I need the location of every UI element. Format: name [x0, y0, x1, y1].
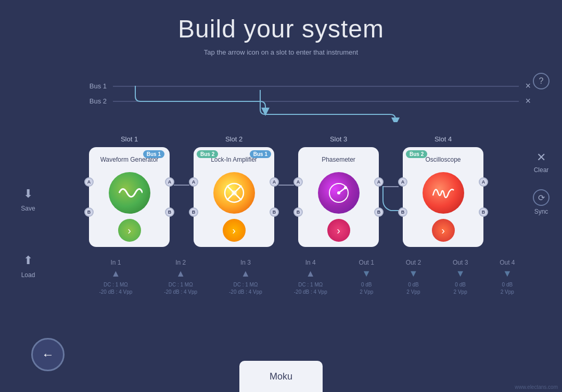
input-2-column: In 2 ▲ DC : 1 MΩ-20 dB : 4 Vpp [164, 259, 197, 296]
clear-icon: ✕ [537, 151, 546, 164]
input4-label: In 4 [305, 259, 316, 266]
slot1-icon [109, 172, 150, 214]
output4-label: Out 4 [500, 259, 515, 266]
slot1-port-b-right: B [165, 207, 174, 217]
slot4-port-a-right: A [479, 177, 488, 187]
watermark: www.electans.com [515, 384, 558, 390]
io-area: In 1 ▲ DC : 1 MΩ-20 dB : 4 Vpp In 2 ▲ DC… [83, 259, 531, 296]
back-button[interactable]: ← [31, 338, 65, 371]
output2-label: Out 2 [406, 259, 421, 266]
output3-arrow[interactable]: ▼ [456, 268, 465, 279]
slot3-instrument: Phasemeter [322, 152, 355, 167]
input-4-column: In 4 ▲ DC : 1 MΩ-20 dB : 4 Vpp [294, 259, 327, 296]
output1-spec: 0 dB2 Vpp [360, 281, 373, 296]
bus-area: Bus 1 × Bus 2 × [83, 81, 531, 111]
slot2-title: Slot 2 [225, 135, 242, 143]
save-button[interactable]: ⬇ Save [12, 166, 44, 212]
input1-spec: DC : 1 MΩ-20 dB : 4 Vpp [99, 281, 132, 296]
slot3-icon [318, 172, 360, 214]
slot2-enter-button[interactable]: › [223, 219, 246, 242]
save-label: Save [21, 205, 35, 212]
clear-button[interactable]: ✕ Clear [534, 151, 549, 174]
sync-button[interactable]: ⟳ Sync [533, 189, 550, 215]
bus-row-2: Bus 2 × [83, 96, 531, 107]
slot1-bus-tag: Bus 1 [143, 150, 164, 158]
load-icon: ⬆ [23, 254, 33, 267]
help-button[interactable]: ? [533, 73, 550, 89]
output-2-column: Out 2 ▼ 0 dB2 Vpp [406, 259, 421, 296]
output2-spec: 0 dB2 Vpp [406, 281, 420, 296]
connector-3-4 [383, 135, 399, 205]
load-button[interactable]: ⬆ Load [12, 233, 44, 279]
bus1-close[interactable]: × [525, 81, 531, 92]
bus2-close[interactable]: × [525, 96, 531, 107]
slot4-instrument: Oscilloscope [425, 152, 461, 167]
output-1-column: Out 1 ▼ 0 dB2 Vpp [359, 259, 374, 296]
connector-2-3 [278, 135, 294, 186]
bus2-label: Bus 2 [83, 97, 107, 105]
slot2-icon [213, 172, 255, 214]
slot-4-wrapper: Slot 4 Bus 2 Oscilloscope › A A B B [403, 135, 483, 247]
output-4-column: Out 4 ▼ 0 dB2 Vpp [500, 259, 515, 296]
slot-2-wrapper: Slot 2 Bus 2 Bus 1 Lock-In Amplifier › A… [194, 135, 274, 247]
save-icon: ⬇ [23, 187, 33, 201]
input4-spec: DC : 1 MΩ-20 dB : 4 Vpp [294, 281, 327, 296]
slot2-bus-tag-1: Bus 1 [250, 150, 271, 158]
slot4-card[interactable]: Bus 2 Oscilloscope › A A B B [403, 147, 483, 247]
slot1-port-b-left: B [84, 207, 94, 217]
sync-icon: ⟳ [533, 189, 550, 206]
input2-label: In 2 [175, 259, 186, 266]
svg-point-6 [337, 191, 340, 194]
output4-arrow[interactable]: ▼ [503, 268, 512, 279]
output-3-column: Out 3 ▼ 0 dB2 Vpp [453, 259, 468, 296]
right-side-buttons: ✕ Clear ⟳ Sync [533, 151, 550, 215]
svg-point-7 [344, 186, 347, 189]
input3-arrow[interactable]: ▲ [241, 268, 250, 279]
input-1-column: In 1 ▲ DC : 1 MΩ-20 dB : 4 Vpp [99, 259, 132, 296]
bus-row-1: Bus 1 × [83, 81, 531, 92]
connector-1-2 [174, 135, 189, 186]
slot1-title: Slot 1 [121, 135, 138, 143]
slot3-enter-button[interactable]: › [327, 219, 350, 242]
input2-spec: DC : 1 MΩ-20 dB : 4 Vpp [164, 281, 197, 296]
input4-arrow[interactable]: ▲ [306, 268, 315, 279]
slot2-bus-tag-2: Bus 2 [197, 150, 218, 158]
input2-arrow[interactable]: ▲ [176, 268, 185, 279]
slot4-enter-button[interactable]: › [432, 219, 455, 242]
slot2-port-b-right: B [270, 207, 279, 217]
input1-arrow[interactable]: ▲ [111, 268, 120, 279]
slot4-port-b-right: B [479, 207, 488, 217]
help-icon: ? [539, 76, 544, 86]
back-icon: ← [42, 347, 54, 362]
bus1-label: Bus 1 [83, 82, 107, 90]
slot3-port-b-left: B [293, 207, 303, 217]
bus1-line [113, 86, 519, 87]
output1-arrow[interactable]: ▼ [362, 268, 371, 279]
slot3-port-a-left: A [293, 177, 303, 187]
slot3-title: Slot 3 [330, 135, 347, 143]
slot1-port-a-left: A [84, 177, 94, 187]
slot4-title: Slot 4 [435, 135, 452, 143]
slot1-card[interactable]: Bus 1 Waveform Generator › A A B B [89, 147, 170, 247]
slot1-enter-button[interactable]: › [118, 219, 141, 242]
slot4-icon [423, 172, 464, 214]
input3-label: In 3 [240, 259, 251, 266]
slot4-port-a-left: A [398, 177, 407, 187]
load-label: Load [21, 271, 35, 279]
instruction-text: Tap the arrow icon on a slot to enter th… [0, 48, 562, 56]
output3-label: Out 3 [453, 259, 468, 266]
output1-label: Out 1 [359, 259, 374, 266]
page-title: Build your system [0, 0, 562, 43]
input-3-column: In 3 ▲ DC : 1 MΩ-20 dB : 4 Vpp [229, 259, 262, 296]
sync-label: Sync [534, 208, 548, 215]
moku-device: Moku [239, 361, 323, 392]
bus2-line [113, 101, 519, 102]
slot-1-wrapper: Slot 1 Bus 1 Waveform Generator › A A B … [89, 135, 170, 247]
slot2-card[interactable]: Bus 2 Bus 1 Lock-In Amplifier › A A B B [194, 147, 274, 247]
output2-arrow[interactable]: ▼ [409, 268, 418, 279]
moku-label: Moku [270, 371, 292, 382]
output3-spec: 0 dB2 Vpp [454, 281, 467, 296]
slot3-card[interactable]: Phasemeter › A A B B [298, 147, 379, 247]
slot2-port-b-left: B [189, 207, 198, 217]
svg-point-3 [232, 190, 237, 195]
